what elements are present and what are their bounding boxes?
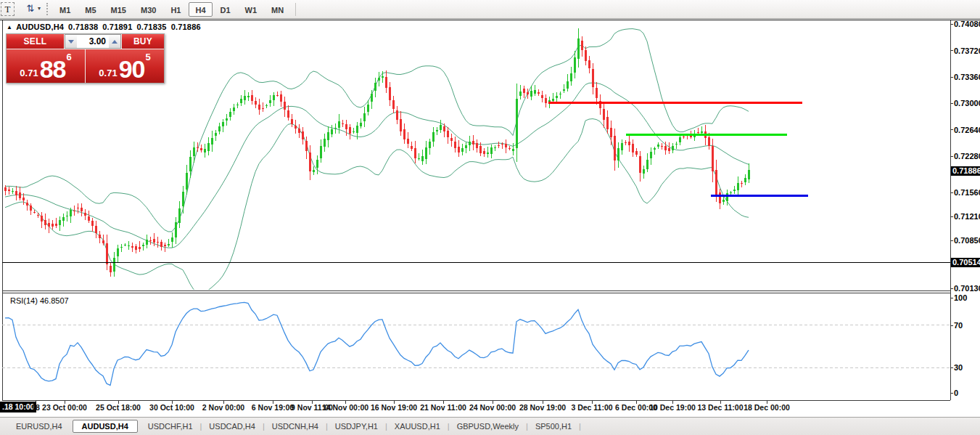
volume-decrease-button[interactable]	[65, 35, 77, 48]
time-axis-label: 16 Nov 19:00	[371, 403, 417, 412]
chart-tab-usdjpy[interactable]: USDJPY,H1	[331, 422, 382, 431]
time-axis-label: 10 Dec 19:00	[649, 403, 696, 412]
rsi-pane[interactable]	[3, 293, 950, 399]
chart-tab-xauusd[interactable]: XAUUSD,H1	[390, 422, 445, 431]
price-axis-label: 0.73720	[954, 46, 980, 55]
caret-down-icon	[68, 40, 74, 44]
time-axis-label: 18 Dec 00:00	[744, 403, 790, 412]
open-value: 0.71838	[68, 23, 98, 31]
caret-up-icon	[112, 40, 118, 44]
price-axis-label: 0.72280	[954, 152, 980, 160]
sell-price-prefix: 0.71	[20, 68, 38, 78]
buy-button[interactable]: BUY	[122, 34, 164, 49]
sell-price-main: 88	[40, 60, 66, 80]
time-axis-label: 30 Oct 10:00	[149, 403, 194, 412]
rsi-indicator-label: RSI(14) 46.8507	[10, 296, 69, 305]
price-axis-label: 0.70850	[954, 236, 980, 245]
rsi-axis-label: 100	[954, 293, 967, 302]
tab-separator: |	[197, 422, 205, 431]
time-axis-label: 21 Nov 11:00	[420, 403, 466, 412]
tab-separator: |	[323, 422, 331, 431]
current-price-badge: 0.71886	[951, 166, 980, 176]
time-axis-label: 28 Nov 19:00	[519, 403, 566, 412]
volume-input[interactable]: 3.00	[77, 35, 109, 48]
tab-separator: |	[576, 422, 584, 431]
low-value: 0.71835	[136, 23, 166, 31]
volume-stepper: 3.00	[65, 34, 121, 49]
chart-tab-sp500[interactable]: SP500,H1	[531, 422, 576, 431]
chart-tab-audusd[interactable]: AUDUSD,H4	[73, 420, 138, 433]
buy-price-prefix: 0.71	[99, 68, 117, 78]
close-value: 0.71886	[171, 23, 201, 31]
chart-tab-usdcad[interactable]: USDCAD,H4	[205, 422, 260, 431]
time-axis-label: 24 Nov 00:00	[469, 403, 516, 412]
time-axis-label: 14 Nov 00:00	[322, 403, 368, 412]
time-axis-label: 18	[31, 403, 40, 412]
time-axis-label: 13 Dec 11:00	[697, 403, 743, 412]
sell-price-pip: 6	[66, 52, 71, 62]
symbol-tab-bar: EURUSD,H4AUDUSD,H4USDCHF,H1|USDCAD,H4|US…	[0, 417, 980, 435]
rsi-axis-label: 0	[954, 389, 958, 397]
price-axis-label: 0.74080	[954, 20, 980, 28]
price-axis-label: 0.71210	[954, 212, 980, 221]
tab-separator: |	[382, 422, 390, 431]
time-axis-label: 6 Nov 19:00	[252, 403, 294, 412]
time-axis-label: 3 Dec 11:00	[571, 403, 612, 412]
collapse-marker-icon[interactable]: ▲	[7, 24, 12, 31]
volume-increase-button[interactable]	[109, 35, 120, 48]
time-axis-label: 25 Oct 18:00	[96, 403, 141, 412]
chart-tab-gbpusd[interactable]: GBPUSD,Weekly	[453, 422, 523, 431]
chart-title: ▲AUDUSD,H40.718380.718910.718350.71886	[7, 23, 201, 31]
price-axis-label: 0.73000	[954, 99, 980, 107]
tab-separator: |	[445, 422, 453, 431]
sell-price-quote[interactable]: 0.71 88 6	[7, 49, 85, 83]
price-axis-label: 0.70130	[954, 284, 980, 293]
rsi-axis-label: 70	[954, 321, 963, 330]
price-axis-label: 0.73360	[954, 73, 980, 81]
price-axis-label: 0.72640	[954, 126, 980, 134]
mt4-window: T ⇅ ▾ M1M5M15M30H1H4D1W1MN ▲AUDUSD,H40.7…	[0, 0, 980, 435]
buy-price-quote[interactable]: 0.71 90 5	[86, 49, 164, 83]
buy-price-main: 90	[119, 60, 145, 80]
chart-tab-usdcnh[interactable]: USDCNH,H4	[268, 422, 323, 431]
time-axis-label: 23 Oct 00:00	[42, 403, 87, 412]
chart-tab-eurusd[interactable]: EURUSD,H4	[12, 422, 67, 431]
time-axis-label: 2 Nov 00:00	[202, 403, 244, 412]
symbol-label: AUDUSD,H4	[16, 23, 64, 31]
buy-price-pip: 5	[145, 52, 150, 62]
sell-button[interactable]: SELL	[7, 34, 64, 49]
tab-separator: |	[260, 422, 268, 431]
high-value: 0.71891	[102, 23, 132, 31]
one-click-trade-panel: SELL 3.00 BUY 0.71 88 6 0.71 90 5	[6, 33, 165, 84]
tab-separator: |	[523, 422, 531, 431]
rsi-axis-label: 30	[954, 363, 963, 372]
price-axis-label: 0.71560	[954, 188, 980, 197]
level-price-badge: 0.70514	[951, 258, 980, 267]
chart-tab-usdchf[interactable]: USDCHF,H1	[144, 422, 197, 431]
